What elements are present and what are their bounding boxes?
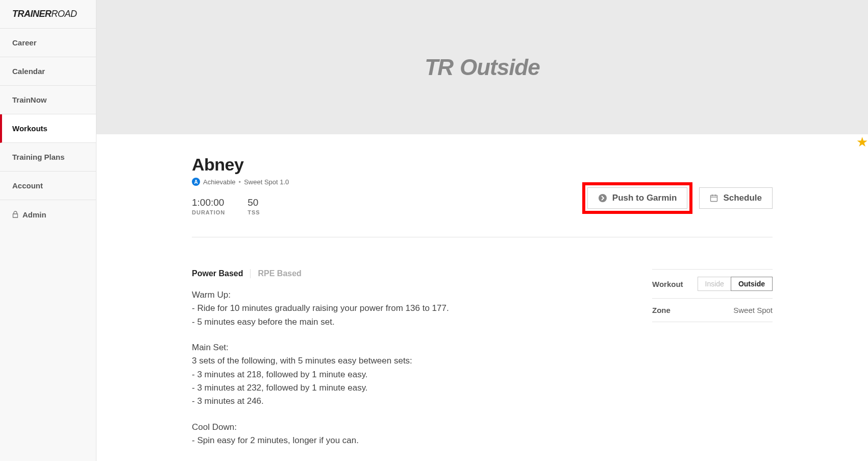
desc-line: - 3 minutes at 218, followed by 1 minute…: [192, 368, 622, 381]
tab-power-based[interactable]: Power Based: [192, 269, 243, 278]
nav-career[interactable]: Career: [0, 29, 96, 57]
zone-value: Sweet Spot: [733, 306, 773, 314]
desc-line: Main Set:: [192, 341, 622, 354]
desc-line: - Spin easy for 2 minutes, longer if you…: [192, 434, 622, 447]
desc-line: Cool Down:: [192, 421, 622, 434]
side-label: Zone: [652, 306, 671, 314]
logo-bold: TRAINER: [12, 9, 52, 19]
desc-line: - 5 minutes easy before the main set.: [192, 316, 622, 329]
nav-label: Training Plans: [12, 153, 65, 161]
tss-label: TSS: [247, 209, 260, 215]
workout-header: Abney A Achievable • Sweet Spot 1.0 1:00…: [192, 155, 773, 215]
nav-trainnow[interactable]: TrainNow: [0, 86, 96, 114]
toggle-inside[interactable]: Inside: [698, 277, 731, 290]
stat-duration: 1:00:00 Duration: [192, 197, 225, 215]
workout-body: Power Based RPE Based Warm Up: - Ride fo…: [192, 269, 773, 447]
content-area: TR Outside ★ Abney A Achievable • Sweet …: [96, 0, 868, 461]
workout-description: Warm Up: - Ride for 10 minutes gradually…: [192, 288, 622, 447]
tss-value: 50: [247, 197, 260, 208]
side-row-zone: Zone Sweet Spot: [652, 299, 773, 322]
tab-separator: [250, 269, 251, 278]
button-label: Schedule: [723, 193, 762, 203]
brand-logo: TRAINERROAD: [0, 0, 96, 29]
divider: [192, 237, 773, 237]
side-panel: Workout Inside Outside Zone Sweet Spot: [652, 269, 773, 447]
calendar-icon: [710, 194, 718, 202]
desc-line: 3 sets of the following, with 5 minutes …: [192, 354, 622, 368]
desc-line: - Ride for 10 minutes gradually raising …: [192, 302, 622, 315]
svg-rect-1: [711, 196, 717, 202]
toggle-outside[interactable]: Outside: [731, 277, 773, 291]
nav-training-plans[interactable]: Training Plans: [0, 143, 96, 172]
nav-label: TrainNow: [12, 95, 47, 104]
desc-line: - 3 minutes at 246.: [192, 395, 622, 408]
description-tabs: Power Based RPE Based: [192, 269, 622, 278]
push-to-garmin-button[interactable]: Push to Garmin: [587, 187, 688, 209]
nav-label: Career: [12, 38, 37, 47]
side-row-workout: Workout Inside Outside: [652, 269, 773, 299]
desc-line: Warm Up:: [192, 288, 622, 302]
desc-line: - 3 minutes at 232, followed by 1 minute…: [192, 381, 622, 395]
sidebar: TRAINERROAD Career Calendar TrainNow Wor…: [0, 0, 96, 461]
side-label: Workout: [652, 280, 683, 288]
workout-page: ★ Abney A Achievable • Sweet Spot 1.0 1:…: [96, 134, 868, 447]
category-label: Sweet Spot 1.0: [244, 178, 289, 186]
nav-admin[interactable]: Admin: [0, 200, 96, 229]
hero-title: Outside: [460, 55, 540, 80]
nav-label: Calendar: [12, 67, 45, 76]
action-buttons: Push to Garmin Schedule: [582, 182, 773, 214]
duration-label: Duration: [192, 209, 225, 215]
tab-rpe-based[interactable]: RPE Based: [258, 269, 301, 278]
nav-account[interactable]: Account: [0, 172, 96, 200]
difficulty-label: Achievable: [203, 178, 236, 186]
nav-label: Workouts: [12, 124, 47, 133]
highlight-annotation: Push to Garmin: [582, 182, 693, 214]
logo-light: ROAD: [52, 9, 77, 19]
nav-label: Admin: [22, 210, 46, 219]
schedule-button[interactable]: Schedule: [699, 187, 773, 209]
hero-banner: TR Outside: [96, 0, 868, 134]
achievable-badge: A: [192, 178, 200, 186]
favorite-star-icon[interactable]: ★: [856, 134, 868, 150]
inside-outside-toggle: Inside Outside: [698, 277, 773, 291]
workout-name: Abney: [192, 155, 773, 175]
meta-separator: •: [239, 178, 241, 186]
nav-workouts[interactable]: Workouts: [0, 114, 96, 143]
lock-icon: [12, 211, 18, 218]
arrow-right-circle-icon: [598, 193, 607, 203]
svg-point-0: [599, 194, 607, 202]
duration-value: 1:00:00: [192, 197, 225, 208]
hero-tr-logo: TR: [425, 55, 453, 80]
stat-tss: 50 TSS: [247, 197, 260, 215]
button-label: Push to Garmin: [612, 193, 677, 203]
nav-calendar[interactable]: Calendar: [0, 57, 96, 86]
nav-label: Account: [12, 181, 43, 190]
